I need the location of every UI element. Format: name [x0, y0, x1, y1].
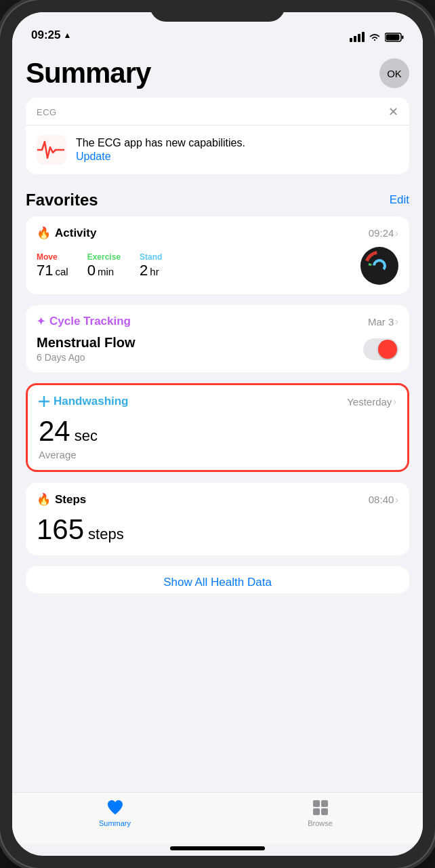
steps-timestamp: 08:40 ›	[369, 494, 398, 505]
activity-ring	[360, 247, 398, 285]
exercise-label: Exercise	[87, 252, 121, 262]
bar-3	[358, 34, 360, 42]
ecg-icon	[37, 135, 66, 165]
steps-chevron: ›	[395, 494, 398, 505]
ecg-message-container: The ECG app has new capabilities. Update	[76, 137, 398, 163]
summary-heart-icon	[106, 798, 125, 817]
menstrual-toggle[interactable]	[363, 338, 398, 360]
page-title: Summary	[26, 57, 150, 90]
steps-time-text: 08:40	[369, 494, 394, 505]
activity-card[interactable]: 🔥 Activity 09:24 › Move 71	[26, 216, 409, 294]
stand-metric: Stand 2 hr	[140, 252, 162, 279]
activity-metrics: Move 71 cal Exercise 0 min	[37, 247, 398, 285]
move-unit: cal	[55, 266, 68, 277]
move-label: Move	[37, 252, 68, 262]
ecg-label: ECG	[37, 107, 57, 117]
svg-rect-2	[386, 34, 400, 40]
ecg-message-text: The ECG app has new capabilities.	[76, 137, 398, 149]
handwashing-value: 24	[39, 415, 70, 448]
menstrual-flow-title: Menstrual Flow	[37, 335, 136, 351]
handwashing-title: Handwashing	[39, 395, 129, 408]
bar-4	[362, 32, 365, 42]
tab-browse[interactable]: Browse	[218, 798, 423, 827]
show-all-button[interactable]: Show All Health Data	[26, 566, 409, 593]
exercise-value-container: 0 min	[87, 262, 121, 279]
menstrual-info: Menstrual Flow 6 Days Ago	[37, 335, 136, 363]
handwashing-cross-icon	[39, 396, 49, 407]
steps-value-container: 165 steps	[37, 513, 398, 546]
ecg-card: ECG ✕ The ECG app has new capabilities. …	[26, 98, 409, 174]
handwashing-value-container: 24 sec	[39, 415, 396, 448]
stand-value: 2	[140, 262, 148, 279]
steps-card-header: 🔥 Steps 08:40 ›	[37, 492, 398, 507]
cycle-timestamp: Mar 3 ›	[368, 316, 398, 328]
activity-timestamp: 09:24 ›	[369, 227, 398, 239]
steps-title: 🔥 Steps	[37, 492, 86, 507]
handwashing-time-text: Yesterday	[347, 396, 392, 408]
svg-rect-1	[402, 35, 404, 39]
svg-rect-11	[321, 808, 328, 815]
battery-icon	[385, 33, 404, 42]
move-value: 71	[37, 262, 53, 279]
cycle-title: ✦ Cycle Tracking	[37, 315, 131, 328]
signal-bars	[350, 32, 365, 42]
cycle-icon: ✦	[37, 315, 45, 328]
favorites-section-header: Favorites Edit	[26, 185, 409, 216]
show-all-text: Show All Health Data	[163, 576, 272, 589]
menstrual-days-ago: 6 Days Ago	[37, 352, 136, 363]
bar-1	[350, 38, 352, 42]
tab-summary-label: Summary	[99, 819, 131, 827]
home-indicator	[170, 846, 265, 850]
toggle-knob	[378, 340, 397, 359]
steps-flame-icon: 🔥	[37, 492, 51, 507]
steps-card[interactable]: 🔥 Steps 08:40 › 165 steps	[26, 483, 409, 555]
handwashing-unit: sec	[75, 427, 98, 445]
favorites-title: Favorites	[26, 191, 98, 210]
cycle-tracking-card[interactable]: ✦ Cycle Tracking Mar 3 › Menstrual Flow …	[26, 305, 409, 372]
move-value-container: 71 cal	[37, 262, 68, 279]
activity-card-header: 🔥 Activity 09:24 ›	[37, 226, 398, 240]
steps-unit: steps	[88, 526, 124, 543]
wifi-icon	[369, 33, 381, 42]
phone-screen: 09:25 ▲	[12, 12, 423, 856]
handwashing-title-text: Handwashing	[54, 395, 129, 408]
handwashing-sub-label: Average	[39, 449, 396, 460]
notch	[150, 0, 285, 22]
steps-value: 165	[37, 513, 84, 546]
bar-2	[354, 36, 356, 42]
favorites-edit-button[interactable]: Edit	[390, 193, 409, 207]
ecg-card-body: The ECG app has new capabilities. Update	[26, 125, 409, 174]
svg-rect-8	[313, 800, 320, 807]
tab-browse-label: Browse	[308, 819, 333, 827]
flame-icon: 🔥	[37, 226, 51, 240]
activity-chevron: ›	[395, 228, 398, 239]
move-metric: Move 71 cal	[37, 252, 68, 279]
cycle-chevron: ›	[395, 316, 398, 327]
metric-group: Move 71 cal Exercise 0 min	[37, 252, 162, 279]
cycle-title-text: Cycle Tracking	[49, 315, 131, 328]
cycle-time-text: Mar 3	[368, 316, 394, 328]
svg-rect-9	[321, 800, 328, 807]
activity-title: 🔥 Activity	[37, 226, 96, 240]
svg-rect-10	[313, 808, 320, 815]
activity-time-text: 09:24	[369, 227, 394, 239]
handwashing-card[interactable]: Handwashing Yesterday › 24 sec Average	[26, 383, 409, 472]
activity-title-text: Activity	[55, 226, 96, 240]
stand-value-container: 2 hr	[140, 262, 162, 279]
steps-title-text: Steps	[55, 493, 86, 507]
handwashing-card-header: Handwashing Yesterday ›	[39, 395, 396, 408]
status-icons	[350, 32, 404, 42]
ecg-update-link[interactable]: Update	[76, 151, 398, 163]
ok-button[interactable]: OK	[379, 58, 409, 88]
ecg-close-button[interactable]: ✕	[388, 104, 398, 119]
browse-grid-icon	[311, 798, 330, 817]
tab-summary[interactable]: Summary	[12, 798, 218, 827]
stand-label: Stand	[140, 252, 162, 262]
ecg-svg-icon	[37, 135, 66, 165]
exercise-value: 0	[87, 262, 96, 279]
exercise-metric: Exercise 0 min	[87, 252, 121, 279]
time-display: 09:25	[31, 28, 60, 42]
activity-ring-svg	[362, 248, 397, 283]
ecg-card-header: ECG ✕	[26, 98, 409, 125]
stand-unit: hr	[150, 266, 159, 277]
